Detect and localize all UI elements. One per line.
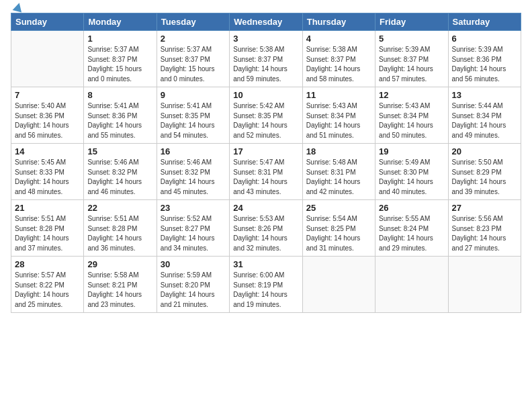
day-detail: and 45 minutes. xyxy=(161,188,208,195)
day-detail: and 19 minutes. xyxy=(233,301,281,308)
day-detail: Daylight: 14 hours xyxy=(306,234,361,242)
day-info: Sunrise: 5:57 AMSunset: 8:22 PMDaylight:… xyxy=(15,271,80,310)
table-row: 3Sunrise: 5:38 AMSunset: 8:37 PMDaylight… xyxy=(230,31,302,87)
day-detail: and 29 minutes. xyxy=(379,244,427,252)
day-detail: Sunrise: 5:49 AM xyxy=(379,158,430,166)
day-detail: Daylight: 14 hours xyxy=(233,234,287,242)
day-detail: Sunset: 8:30 PM xyxy=(379,169,429,176)
day-detail: Daylight: 14 hours xyxy=(15,234,69,242)
day-detail: Daylight: 14 hours xyxy=(379,122,433,129)
table-row: 26Sunrise: 5:55 AMSunset: 8:24 PMDayligh… xyxy=(375,200,448,257)
day-detail: Sunrise: 5:48 AM xyxy=(306,158,357,166)
day-detail: Sunset: 8:27 PM xyxy=(161,225,210,232)
col-saturday: Saturday xyxy=(448,13,521,31)
col-wednesday: Wednesday xyxy=(230,13,302,31)
table-row: 28Sunrise: 5:57 AMSunset: 8:22 PMDayligh… xyxy=(11,257,84,313)
day-info: Sunrise: 5:37 AMSunset: 8:37 PMDaylight:… xyxy=(161,45,226,84)
day-detail: Sunrise: 5:51 AM xyxy=(87,215,138,222)
day-info: Sunrise: 5:41 AMSunset: 8:35 PMDaylight:… xyxy=(161,101,226,140)
col-thursday: Thursday xyxy=(302,13,375,31)
day-info: Sunrise: 5:53 AMSunset: 8:26 PMDaylight:… xyxy=(233,214,298,253)
day-detail: and 27 minutes. xyxy=(452,244,500,252)
day-number: 7 xyxy=(15,90,80,100)
day-info: Sunrise: 5:51 AMSunset: 8:28 PMDaylight:… xyxy=(87,214,152,253)
day-detail: and 59 minutes. xyxy=(233,75,281,83)
day-detail: Sunrise: 5:46 AM xyxy=(87,158,138,166)
day-detail: Sunrise: 6:00 AM xyxy=(233,271,284,279)
day-number: 6 xyxy=(452,34,517,44)
day-number: 24 xyxy=(233,203,298,213)
table-row: 31Sunrise: 6:00 AMSunset: 8:19 PMDayligh… xyxy=(230,257,302,313)
col-sunday: Sunday xyxy=(11,13,84,31)
day-info: Sunrise: 5:46 AMSunset: 8:32 PMDaylight:… xyxy=(161,158,226,197)
table-row: 9Sunrise: 5:41 AMSunset: 8:35 PMDaylight… xyxy=(157,87,229,144)
day-detail: Sunrise: 5:37 AM xyxy=(161,46,212,53)
day-detail: Sunset: 8:28 PM xyxy=(87,225,137,232)
day-number: 5 xyxy=(379,34,444,44)
day-number: 21 xyxy=(15,203,80,213)
day-detail: Sunset: 8:19 PM xyxy=(233,281,283,289)
day-detail: Sunrise: 5:40 AM xyxy=(15,102,66,109)
day-detail: Daylight: 14 hours xyxy=(379,178,433,185)
day-detail: Daylight: 14 hours xyxy=(161,178,215,185)
day-detail: Sunrise: 5:38 AM xyxy=(306,46,357,53)
day-detail: and 40 minutes. xyxy=(379,188,427,195)
day-number: 18 xyxy=(306,146,371,156)
day-info: Sunrise: 5:49 AMSunset: 8:30 PMDaylight:… xyxy=(379,158,444,197)
day-detail: Daylight: 14 hours xyxy=(15,122,69,129)
day-number: 9 xyxy=(161,90,226,100)
day-detail: and 49 minutes. xyxy=(452,132,500,139)
calendar-header-row: Sunday Monday Tuesday Wednesday Thursday… xyxy=(11,13,521,31)
day-info: Sunrise: 5:45 AMSunset: 8:33 PMDaylight:… xyxy=(15,158,80,197)
day-number: 17 xyxy=(233,146,298,156)
day-number: 26 xyxy=(379,203,444,213)
day-detail: Sunrise: 5:39 AM xyxy=(379,46,430,53)
table-row: 7Sunrise: 5:40 AMSunset: 8:36 PMDaylight… xyxy=(11,87,84,144)
day-info: Sunrise: 5:43 AMSunset: 8:34 PMDaylight:… xyxy=(379,101,444,140)
day-number: 25 xyxy=(306,203,371,213)
day-detail: Sunrise: 5:52 AM xyxy=(161,215,212,222)
day-detail: Daylight: 15 hours xyxy=(161,65,215,73)
day-detail: Sunrise: 5:59 AM xyxy=(161,271,212,279)
day-detail: and 54 minutes. xyxy=(161,132,208,139)
calendar-week-row: 14Sunrise: 5:45 AMSunset: 8:33 PMDayligh… xyxy=(11,144,521,200)
day-detail: and 50 minutes. xyxy=(379,132,427,139)
day-info: Sunrise: 5:54 AMSunset: 8:25 PMDaylight:… xyxy=(306,214,371,253)
col-tuesday: Tuesday xyxy=(157,13,229,31)
day-detail: Sunrise: 5:50 AM xyxy=(452,158,503,166)
day-detail: and 39 minutes. xyxy=(452,188,500,195)
day-detail: Daylight: 15 hours xyxy=(87,65,142,73)
day-detail: Sunset: 8:37 PM xyxy=(306,56,356,63)
day-detail: Sunrise: 5:44 AM xyxy=(452,102,503,109)
table-row: 15Sunrise: 5:46 AMSunset: 8:32 PMDayligh… xyxy=(84,144,157,200)
day-detail: Daylight: 14 hours xyxy=(379,234,433,242)
day-number: 16 xyxy=(161,146,226,156)
day-number: 3 xyxy=(233,34,298,44)
day-info: Sunrise: 5:38 AMSunset: 8:37 PMDaylight:… xyxy=(306,45,371,84)
day-info: Sunrise: 5:46 AMSunset: 8:32 PMDaylight:… xyxy=(87,158,152,197)
day-detail: Sunset: 8:29 PM xyxy=(452,169,502,176)
day-detail: Sunset: 8:35 PM xyxy=(233,112,283,120)
day-detail: Sunrise: 5:47 AM xyxy=(233,158,284,166)
day-detail: Daylight: 14 hours xyxy=(306,178,361,185)
table-row: 16Sunrise: 5:46 AMSunset: 8:32 PMDayligh… xyxy=(157,144,229,200)
day-detail: Daylight: 14 hours xyxy=(87,291,142,298)
day-detail: Sunrise: 5:54 AM xyxy=(306,215,357,222)
table-row xyxy=(448,257,521,313)
table-row xyxy=(375,257,448,313)
day-info: Sunrise: 5:48 AMSunset: 8:31 PMDaylight:… xyxy=(306,158,371,197)
day-detail: Sunset: 8:22 PM xyxy=(15,281,64,289)
day-detail: and 31 minutes. xyxy=(306,244,354,252)
day-detail: Daylight: 14 hours xyxy=(233,291,287,298)
day-info: Sunrise: 5:47 AMSunset: 8:31 PMDaylight:… xyxy=(233,158,298,197)
day-number: 19 xyxy=(379,146,444,156)
day-detail: Sunset: 8:37 PM xyxy=(87,56,137,63)
day-detail: Daylight: 14 hours xyxy=(306,122,361,129)
day-detail: Daylight: 14 hours xyxy=(161,122,215,129)
day-info: Sunrise: 5:39 AMSunset: 8:37 PMDaylight:… xyxy=(379,45,444,84)
table-row: 18Sunrise: 5:48 AMSunset: 8:31 PMDayligh… xyxy=(302,144,375,200)
day-detail: Sunset: 8:35 PM xyxy=(161,112,210,120)
day-detail: Sunrise: 5:58 AM xyxy=(87,271,138,279)
day-detail: Sunrise: 5:37 AM xyxy=(87,46,138,53)
col-monday: Monday xyxy=(84,13,157,31)
